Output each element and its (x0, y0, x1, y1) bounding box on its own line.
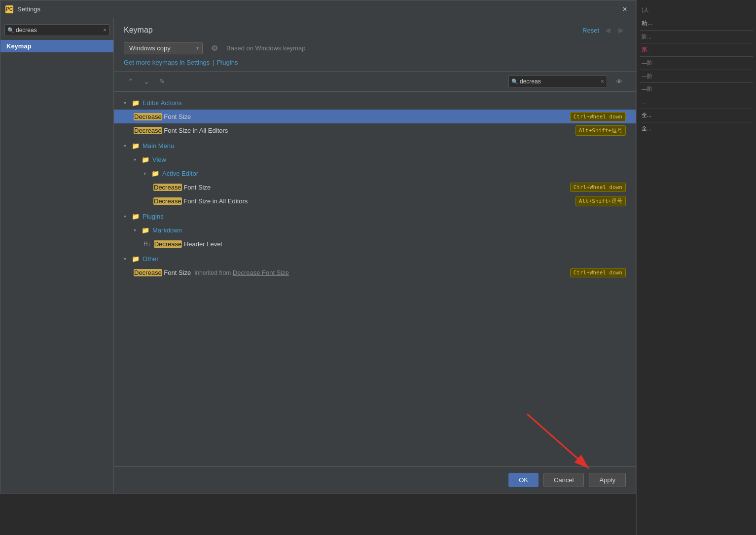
keymap-toolbar: ⌃ ⌄ ✎ 🔍 × 👁 (114, 72, 636, 92)
keymap-controls-row: Windows copy Default Eclipse ▾ ⚙ Based o… (124, 41, 626, 55)
sidebar-search-input[interactable] (4, 24, 109, 36)
group-editor-actions: ▾ 📁 Editor Actions Decrease Font Size Ct… (114, 96, 636, 138)
search-icon: 🔍 (7, 27, 14, 34)
gear-button[interactable]: ⚙ (208, 41, 221, 55)
toolbar-search-clear-icon[interactable]: × (601, 78, 604, 85)
expand-all-button[interactable]: ⌃ (124, 75, 138, 88)
reset-link[interactable]: Reset (582, 27, 599, 34)
keymap-links: Get more keymaps in Settings | Plugins (124, 59, 626, 66)
folder-active-editor[interactable]: ▾ 📁 Active Editor (114, 166, 636, 180)
toolbar-search-icon: 🔍 (511, 78, 518, 85)
shortcut-badge: Ctrl+Wheel down (570, 112, 626, 121)
find-usages-button[interactable]: 👁 (612, 75, 626, 88)
cancel-button[interactable]: Cancel (543, 473, 584, 487)
nav-back-button[interactable]: ◀ (603, 25, 612, 35)
group-plugins: ▾ 📁 Plugins ▾ 📁 Markdown H↓ Decre (114, 209, 636, 251)
right-panel-item8: 全... (640, 109, 753, 122)
tree-row-decrease-font-size-2[interactable]: Decrease Font Size Ctrl+Wheel down (114, 180, 636, 194)
apply-button[interactable]: Apply (589, 473, 626, 487)
link-separator: | (213, 59, 214, 66)
keymap-title: Keymap (124, 26, 153, 35)
right-panel-text: ⟩人 (640, 4, 753, 17)
folder-icon: 📁 (132, 255, 140, 263)
item-label: Decrease Header Level (154, 240, 626, 248)
ok-button[interactable]: OK (508, 473, 539, 487)
sidebar-item-keymap[interactable]: Keymap (0, 40, 113, 52)
app-icon: PC (5, 5, 13, 13)
folder-plugins[interactable]: ▾ 📁 Plugins (114, 209, 636, 223)
folder-markdown[interactable]: ▾ 📁 Markdown (114, 223, 636, 237)
folder-icon: 📁 (151, 170, 159, 177)
tree-row-decrease-font-size-all-1[interactable]: Decrease Font Size in All Editors Alt+Sh… (114, 123, 636, 138)
keymap-tree[interactable]: ▾ 📁 Editor Actions Decrease Font Size Ct… (114, 92, 636, 466)
collapse-all-button[interactable]: ⌄ (140, 75, 153, 88)
close-button[interactable]: × (619, 3, 631, 15)
folder-other[interactable]: ▾ 📁 Other (114, 252, 636, 266)
highlight-text: Decrease (154, 240, 182, 248)
chevron-down-icon: ▾ (134, 228, 140, 233)
keymap-title-row: Keymap Reset ◀ ▶ (124, 25, 626, 35)
highlight-text: Decrease (153, 197, 182, 205)
right-panel-item9: 全... (640, 122, 753, 135)
folder-icon: 📁 (132, 213, 140, 220)
folder-name-view: View (152, 156, 166, 163)
right-panel-item7: ... (640, 96, 753, 110)
nav-forward-button[interactable]: ▶ (616, 25, 626, 35)
tree-row-decrease-font-size-1[interactable]: Decrease Font Size Ctrl+Wheel down (114, 110, 636, 123)
toolbar-search-input[interactable] (508, 76, 607, 87)
settings-dialog: PC Settings × 🔍 × Keymap Keymap (0, 0, 636, 494)
right-panel-item5: —阶 (640, 70, 753, 83)
tree-row-decrease-font-size-inherited[interactable]: Decrease Font Size inherited from Decrea… (114, 266, 636, 279)
tree-row-decrease-header-level[interactable]: H↓ Decrease Header Level (114, 237, 636, 251)
item-label: Decrease Font Size in All Editors (134, 127, 576, 134)
folder-name-markdown: Markdown (152, 227, 182, 234)
right-panel-item4: —阶 (640, 57, 753, 70)
highlight-text: Decrease (153, 184, 182, 191)
folder-editor-actions[interactable]: ▾ 📁 Editor Actions (114, 96, 636, 110)
right-panel: ⟩人 精... 阶... 第... —阶 —阶 —阶 ... 全... 全... (636, 0, 756, 535)
plugins-link[interactable]: Plugins (217, 59, 238, 66)
right-panel-item2: 阶... (640, 31, 753, 44)
folder-icon: 📁 (142, 156, 149, 163)
heading-icon: H↓ (144, 240, 151, 247)
toolbar-left: ⌃ ⌄ ✎ (124, 75, 169, 88)
tree-row-decrease-font-size-all-2[interactable]: Decrease Font Size in All Editors Alt+Sh… (114, 194, 636, 208)
shortcut-badge: Alt+Shift+逗号 (576, 196, 626, 206)
keymap-scheme-select[interactable]: Windows copy Default Eclipse (124, 42, 203, 54)
chevron-down-icon: ▾ (124, 143, 130, 149)
get-more-keymaps-link[interactable]: Get more keymaps in Settings (124, 59, 210, 66)
item-label: Decrease Font Size inherited from Decrea… (134, 269, 570, 276)
highlight-text: Decrease (134, 113, 162, 120)
folder-name-other: Other (143, 255, 159, 263)
folder-view[interactable]: ▾ 📁 View (114, 153, 636, 166)
sidebar-search-box: 🔍 × (4, 24, 109, 36)
shortcut-badge: Ctrl+Wheel down (570, 268, 626, 277)
folder-icon: 📁 (142, 227, 149, 234)
dialog-title: Settings (17, 5, 40, 13)
chevron-down-icon: ▾ (124, 100, 130, 106)
sidebar: 🔍 × Keymap (0, 18, 114, 493)
chevron-down-icon: ▾ (144, 171, 149, 176)
right-panel-content: ⟩人 精... 阶... 第... —阶 —阶 —阶 ... 全... 全... (637, 0, 756, 139)
based-on-text: Based on Windows keymap (226, 44, 305, 52)
folder-icon: 📁 (132, 99, 140, 107)
dialog-body: 🔍 × Keymap Keymap Reset ◀ ▶ (0, 18, 636, 493)
inherited-text: inherited from (195, 269, 231, 276)
toolbar-search-wrapper: 🔍 × (508, 76, 607, 87)
right-panel-item: 精... (640, 17, 753, 31)
shortcut-badge: Alt+Shift+逗号 (576, 125, 626, 136)
shortcut-badge: Ctrl+Wheel down (570, 183, 626, 192)
folder-main-menu[interactable]: ▾ 📁 Main Menu (114, 139, 636, 153)
dialog-footer: OK Cancel Apply (114, 466, 636, 493)
group-other: ▾ 📁 Other Decrease Font Size inherited f… (114, 252, 636, 279)
keymap-select-wrapper: Windows copy Default Eclipse ▾ (124, 42, 203, 54)
highlight-text: Decrease (134, 269, 162, 276)
item-label: Decrease Font Size (153, 184, 570, 191)
highlight-text: Decrease (134, 127, 162, 134)
sidebar-search-clear-icon[interactable]: × (103, 27, 107, 34)
folder-name-active-editor: Active Editor (162, 170, 198, 177)
inherited-link[interactable]: Decrease Font Size (233, 269, 289, 276)
folder-icon: 📁 (132, 142, 140, 150)
title-bar: PC Settings × (0, 0, 636, 18)
edit-shortcut-button[interactable]: ✎ (155, 75, 169, 88)
